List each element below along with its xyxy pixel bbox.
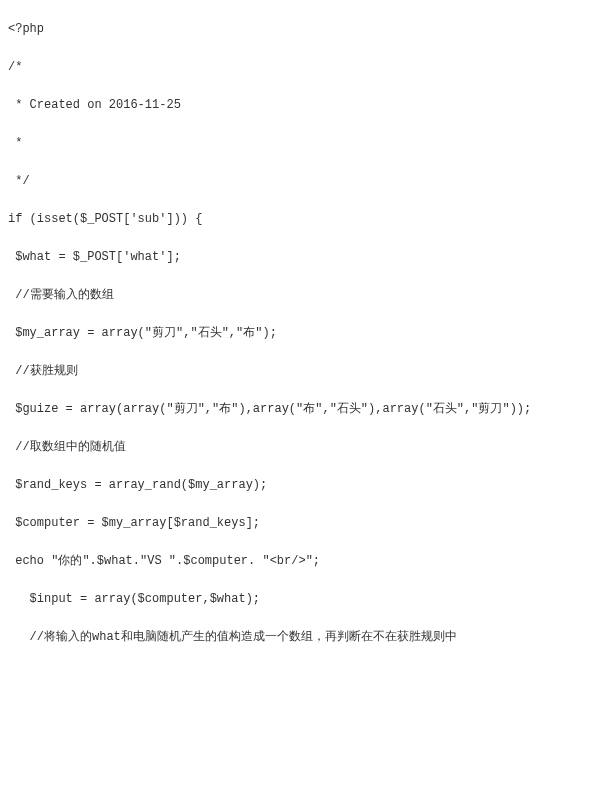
code-line: //取数组中的随机值 [8, 440, 126, 454]
code-line: //获胜规则 [8, 364, 78, 378]
code-line: echo "你的".$what."VS ".$computer. "<br/>"… [8, 554, 320, 568]
code-line: //将输入的what和电脑随机产生的值构造成一个数组，再判断在不在获胜规则中 [8, 630, 457, 644]
code-line: <?php [8, 22, 44, 36]
code-line: * [8, 136, 22, 150]
code-line: $rand_keys = array_rand($my_array); [8, 478, 267, 492]
code-line: $input = array($computer,$what); [8, 592, 260, 606]
code-line: $computer = $my_array[$rand_keys]; [8, 516, 260, 530]
code-line: $my_array = array("剪刀","石头","布"); [8, 326, 277, 340]
code-line: $guize = array(array("剪刀","布"),array("布"… [8, 402, 531, 416]
php-code-block: <?php /* * Created on 2016-11-25 * */ if… [8, 10, 595, 656]
code-line: * Created on 2016-11-25 [8, 98, 181, 112]
code-line: /* [8, 60, 22, 74]
code-line: if (isset($_POST['sub'])) { [8, 212, 202, 226]
code-line: $what = $_POST['what']; [8, 250, 181, 264]
code-line: //需要输入的数组 [8, 288, 114, 302]
code-line: */ [8, 174, 30, 188]
